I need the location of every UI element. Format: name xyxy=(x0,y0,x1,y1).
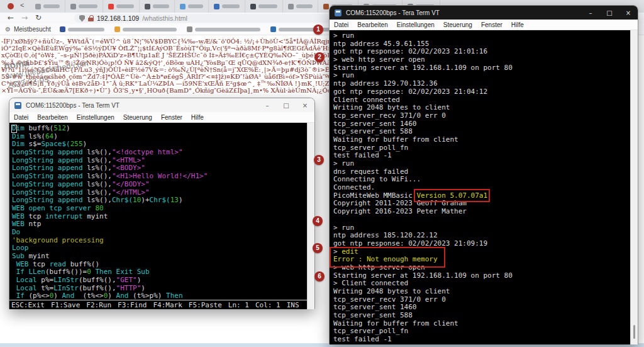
back-icon[interactable]: ← xyxy=(8,13,14,22)
code-line-token: ls%( xyxy=(25,132,45,140)
code-line-token: ls%(), xyxy=(83,164,112,172)
console-line-token: Waiting for buffer from client xyxy=(333,319,458,327)
error-highlight-box xyxy=(330,247,445,268)
console-output: > runntp address 45.9.61.155got ntp resp… xyxy=(333,32,630,344)
close-button[interactable]: × xyxy=(619,9,638,16)
code-line-token: tcp xyxy=(25,212,45,220)
console-line-token: Copyright 2011-2023 Geoff Graham xyxy=(333,199,467,207)
code-line-token: 0 xyxy=(87,268,91,276)
console-line-token: Starting server at 192.168.1.109 on port… xyxy=(333,64,513,72)
console-line-token: tcp_server_sent 588 xyxy=(333,311,413,319)
code-line-token: LongString append xyxy=(12,180,83,188)
code-line-token: 10 xyxy=(133,196,141,204)
bookmark-item[interactable] xyxy=(114,26,177,32)
tracking-shield-icon[interactable] xyxy=(79,15,85,22)
reload-icon[interactable]: ↻ xyxy=(35,13,42,22)
code-line-token: WEB xyxy=(12,220,25,228)
annotation-circle-3: 3 xyxy=(314,155,324,165)
browser-tab[interactable] xyxy=(103,0,140,13)
console-line-token: > Client connected xyxy=(333,279,408,287)
window-titlebar[interactable]: COM6:115200bps - Tera Term VT – □ × xyxy=(9,98,314,112)
code-line: WEB ntp xyxy=(12,220,307,229)
bookmark-item[interactable] xyxy=(187,26,260,32)
menu-item-fenster[interactable]: Fenster xyxy=(477,21,507,28)
status-item: F3:Find xyxy=(118,301,147,309)
browser-tab[interactable] xyxy=(30,0,65,13)
code-line-token: buff%() xyxy=(66,260,99,268)
tab-scroll-left-icon[interactable]: < xyxy=(20,1,24,9)
code-line-token xyxy=(12,292,16,300)
menu-bar: DateiBearbeitenEinstellungenSteuerungFen… xyxy=(9,112,314,123)
maximize-button[interactable]: □ xyxy=(277,102,296,109)
console-line: Starting server at 192.168.1.109 on port… xyxy=(333,64,630,72)
minimize-button[interactable]: – xyxy=(581,9,600,16)
tab-label xyxy=(296,4,313,8)
code-line-token xyxy=(12,260,16,268)
code-line-token: Then xyxy=(166,292,183,300)
window-controls: – □ × xyxy=(258,102,314,109)
minimize-button[interactable]: – xyxy=(258,102,277,109)
code-line-token: "GET" xyxy=(116,276,137,284)
lock-icon[interactable] xyxy=(88,15,94,22)
address-bar[interactable]: 192.168.1.109/whatisthis.html xyxy=(74,14,336,23)
forward-icon[interactable]: → xyxy=(21,13,28,22)
menu-item-fenster[interactable]: Fenster xyxy=(157,114,187,121)
menu-item-einstellungen[interactable]: Einstellungen xyxy=(72,114,119,121)
gear-icon[interactable]: ⚙ xyxy=(5,26,11,33)
tab-favicon xyxy=(180,4,186,9)
menu-item-datei[interactable]: Datei xyxy=(9,114,33,121)
console-line: test failed -1 xyxy=(333,336,630,344)
browser-tab[interactable] xyxy=(209,0,245,13)
code-line-token: (t%>p%) xyxy=(128,292,166,300)
menu-item-datei[interactable]: Datei xyxy=(330,21,353,28)
browser-tab[interactable] xyxy=(245,0,283,13)
browser-logo-dot[interactable] xyxy=(8,3,14,9)
console-content[interactable]: > runntp address 45.9.61.155got ntp resp… xyxy=(330,30,638,344)
browser-tab[interactable] xyxy=(175,0,209,13)
code-line-token: If xyxy=(16,292,25,300)
console-line-token: > web http server open xyxy=(333,55,425,64)
browser-tab[interactable] xyxy=(65,0,103,13)
bookmark-favicon xyxy=(187,26,192,32)
menu-item-bearbeiten[interactable]: Bearbeiten xyxy=(353,21,392,28)
console-line-token: ntp address 45.9.61.155 xyxy=(333,40,429,48)
console-line-token: Connecting to WiFi... xyxy=(333,175,421,183)
menu-item-bearbeiten[interactable]: Bearbeiten xyxy=(33,114,72,121)
console-line-token: test failed -1 xyxy=(333,151,392,159)
menu-item-steuerung[interactable]: Steuerung xyxy=(119,114,157,121)
code-line-token: myint xyxy=(83,212,108,220)
code-line-token: ) xyxy=(53,292,62,300)
menu-item-hilfe[interactable]: Hilfe xyxy=(187,114,208,121)
code-line-token: ) xyxy=(66,124,70,132)
maximize-button[interactable]: □ xyxy=(600,9,619,16)
browser-tab[interactable] xyxy=(283,0,318,13)
code-line-token: WEB xyxy=(12,212,25,220)
menu-item-hilfe[interactable]: Hilfe xyxy=(507,21,528,28)
code-line-token: Local xyxy=(16,284,37,292)
code-line-token: 255 xyxy=(70,140,83,148)
editor-status-bar: ESC:ExitF1:SaveF2:RunF3:FindF4:MarkF5:Pa… xyxy=(9,300,308,309)
scrollbar[interactable] xyxy=(630,30,638,344)
console-line-token: > run xyxy=(333,71,354,79)
menu-item-steuerung[interactable]: Steuerung xyxy=(439,21,477,28)
menu-item-einstellungen[interactable]: Einstellungen xyxy=(392,21,439,28)
console-line-token: ntp address 185.120.22.12 xyxy=(333,231,438,239)
code-line-token: And xyxy=(116,292,129,300)
browser-tab[interactable] xyxy=(140,0,175,13)
bookmark-item[interactable] xyxy=(60,26,104,32)
editor-content[interactable]: Dim buff%(512)Dim ls%(64)Dim s$=Space$(2… xyxy=(9,123,314,309)
bookmarks-folder-label[interactable]: Meistbesucht xyxy=(14,26,51,33)
close-button[interactable]: × xyxy=(296,102,314,109)
teraterm-app-icon xyxy=(14,102,21,109)
code-line-token: (buff%(), xyxy=(79,276,116,284)
scrollbar-thumb[interactable] xyxy=(633,325,635,339)
console-line-token: Client connected xyxy=(333,96,400,104)
console-line-token: Writing 2048 bytes to client xyxy=(333,287,450,295)
code-line-token: LInStr xyxy=(53,276,79,284)
scrollbar[interactable] xyxy=(307,123,314,309)
tab-favicon xyxy=(35,4,41,9)
tab-favicon xyxy=(323,4,329,9)
code-line-token: "HTTP" xyxy=(116,284,142,292)
bookmark-favicon xyxy=(270,26,276,32)
window-titlebar[interactable]: COM6:115200bps - Tera Term VT – □ × xyxy=(330,6,638,20)
